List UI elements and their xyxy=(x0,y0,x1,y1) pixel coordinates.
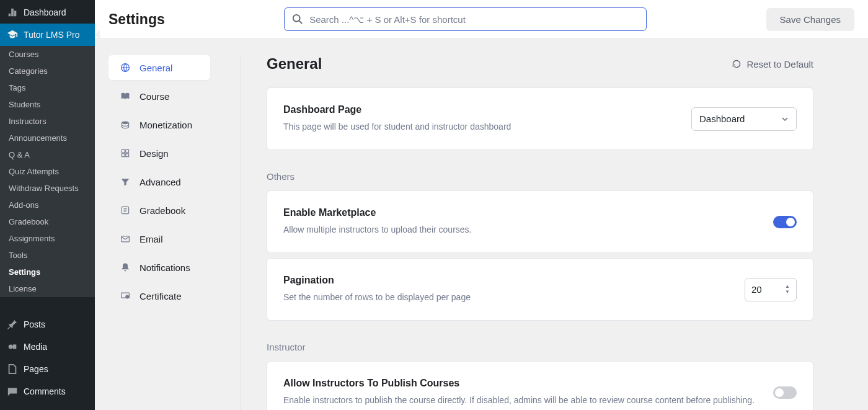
stepper-icon[interactable]: ▲▼ xyxy=(785,284,790,295)
setting-desc: This page will be used for student and i… xyxy=(283,120,511,133)
select-value: Dashboard xyxy=(699,114,745,124)
comment-icon xyxy=(6,385,19,398)
sidebar-item-announcements[interactable]: Announcements xyxy=(0,130,95,146)
media-icon xyxy=(6,341,19,353)
pagination-input[interactable]: 20 ▲▼ xyxy=(745,278,797,301)
design-icon xyxy=(120,148,131,159)
tab-general[interactable]: General xyxy=(108,55,210,80)
sub-section-instructor: Instructor xyxy=(267,342,813,352)
wp-admin-sidebar: Dashboard Tutor LMS Pro Courses Categori… xyxy=(0,0,95,410)
svg-point-1 xyxy=(293,15,300,22)
coin-icon xyxy=(120,119,131,130)
bell-icon xyxy=(120,262,131,273)
sidebar-item-posts[interactable]: Posts xyxy=(0,313,95,336)
search-icon xyxy=(292,14,303,25)
sidebar-item-quiz-attempts[interactable]: Quiz Attempts xyxy=(0,163,95,180)
tab-monetization[interactable]: Monetization xyxy=(108,112,210,137)
sidebar-item-license[interactable]: License xyxy=(0,280,95,297)
setting-allow-publish: Allow Instructors To Publish Courses Ena… xyxy=(267,361,813,410)
setting-desc: Allow multiple instructors to upload the… xyxy=(283,223,471,236)
filter-icon xyxy=(120,176,131,187)
tab-label: Course xyxy=(140,91,169,102)
tab-email[interactable]: Email xyxy=(108,226,210,251)
tab-label: Email xyxy=(140,234,163,244)
cert-icon xyxy=(120,290,131,301)
svg-point-0 xyxy=(9,344,13,349)
topbar: Settings Save Changes xyxy=(95,0,868,39)
tab-label: Design xyxy=(140,148,169,159)
chevron-down-icon xyxy=(781,115,789,123)
tab-certificate[interactable]: Certificate xyxy=(108,283,210,308)
sidebar-item-addons[interactable]: Add-ons xyxy=(0,197,95,213)
refresh-icon xyxy=(732,59,742,69)
input-value: 20 xyxy=(751,284,762,295)
sidebar-item-comments[interactable]: Comments xyxy=(0,380,95,403)
page-title: Settings xyxy=(108,11,165,28)
sidebar-label: Posts xyxy=(24,319,45,329)
svg-point-3 xyxy=(122,121,128,124)
search-input[interactable] xyxy=(309,14,639,25)
sidebar-label: Comments xyxy=(24,386,66,396)
setting-title: Pagination xyxy=(283,275,471,286)
publish-toggle[interactable] xyxy=(773,386,797,399)
sidebar-label: Media xyxy=(24,342,47,352)
sidebar-item-students[interactable]: Students xyxy=(0,96,95,113)
setting-title: Enable Marketplace xyxy=(283,207,471,218)
setting-pagination: Pagination Set the number of rows to be … xyxy=(267,258,813,321)
sub-section-others: Others xyxy=(267,171,813,182)
sidebar-label: Pages xyxy=(24,364,48,374)
setting-enable-marketplace: Enable Marketplace Allow multiple instru… xyxy=(267,190,813,253)
sidebar-label: Tutor LMS Pro xyxy=(24,30,80,40)
sidebar-item-gradebook[interactable]: Gradebook xyxy=(0,213,95,230)
sidebar-item-instructors[interactable]: Instructors xyxy=(0,113,95,130)
setting-desc: Enable instructors to publish the course… xyxy=(283,394,755,407)
sidebar-item-tools[interactable]: Tools xyxy=(0,247,95,264)
setting-title: Allow Instructors To Publish Courses xyxy=(283,378,755,389)
sidebar-label: Dashboard xyxy=(24,7,66,17)
settings-nav: General Course Monetization Design Advan… xyxy=(108,55,241,410)
section-title: General xyxy=(267,55,322,73)
settings-body: General Reset to Default Dashboard Page … xyxy=(241,55,813,410)
setting-title: Dashboard Page xyxy=(283,104,511,115)
dashboard-page-select[interactable]: Dashboard xyxy=(691,107,797,131)
tab-label: General xyxy=(140,63,172,73)
sidebar-item-tutor-lms[interactable]: Tutor LMS Pro xyxy=(0,24,95,46)
tab-course[interactable]: Course xyxy=(108,84,210,109)
tab-label: Certificate xyxy=(140,291,182,301)
sidebar-item-categories[interactable]: Categories xyxy=(0,63,95,79)
sidebar-item-settings[interactable]: Settings xyxy=(0,264,95,280)
sidebar-item-qa[interactable]: Q & A xyxy=(0,146,95,163)
sidebar-item-courses[interactable]: Courses xyxy=(0,46,95,63)
globe-icon xyxy=(120,62,131,73)
tab-label: Notifications xyxy=(140,262,190,273)
sidebar-item-dashboard[interactable]: Dashboard xyxy=(0,1,95,24)
save-changes-button[interactable]: Save Changes xyxy=(766,8,854,31)
search-box[interactable] xyxy=(284,7,647,31)
svg-point-7 xyxy=(126,295,129,298)
tab-advanced[interactable]: Advanced xyxy=(108,169,210,194)
tab-design[interactable]: Design xyxy=(108,141,210,166)
setting-desc: Set the number of rows to be displayed p… xyxy=(283,291,471,304)
grad-cap-icon xyxy=(6,29,19,41)
book-icon xyxy=(120,91,131,102)
reset-to-default-button[interactable]: Reset to Default xyxy=(732,59,813,69)
sidebar-item-tags[interactable]: Tags xyxy=(0,79,95,96)
tab-gradebook[interactable]: Gradebook xyxy=(108,198,210,223)
dashboard-icon xyxy=(6,6,19,19)
tab-label: Monetization xyxy=(140,120,192,130)
marketplace-toggle[interactable] xyxy=(773,216,797,228)
pin-icon xyxy=(6,318,19,331)
page-icon xyxy=(6,363,19,375)
mail-icon xyxy=(120,233,131,244)
tab-label: Advanced xyxy=(140,177,181,187)
tab-notifications[interactable]: Notifications xyxy=(108,255,210,280)
sidebar-item-media[interactable]: Media xyxy=(0,336,95,358)
sidebar-item-withdraw[interactable]: Withdraw Requests xyxy=(0,180,95,197)
sidebar-submenu: Courses Categories Tags Students Instruc… xyxy=(0,46,95,297)
tab-label: Gradebook xyxy=(140,205,185,216)
grade-icon xyxy=(120,205,131,216)
sidebar-item-assignments[interactable]: Assignments xyxy=(0,230,95,247)
sidebar-item-pages[interactable]: Pages xyxy=(0,358,95,380)
setting-dashboard-page: Dashboard Page This page will be used fo… xyxy=(267,87,813,150)
